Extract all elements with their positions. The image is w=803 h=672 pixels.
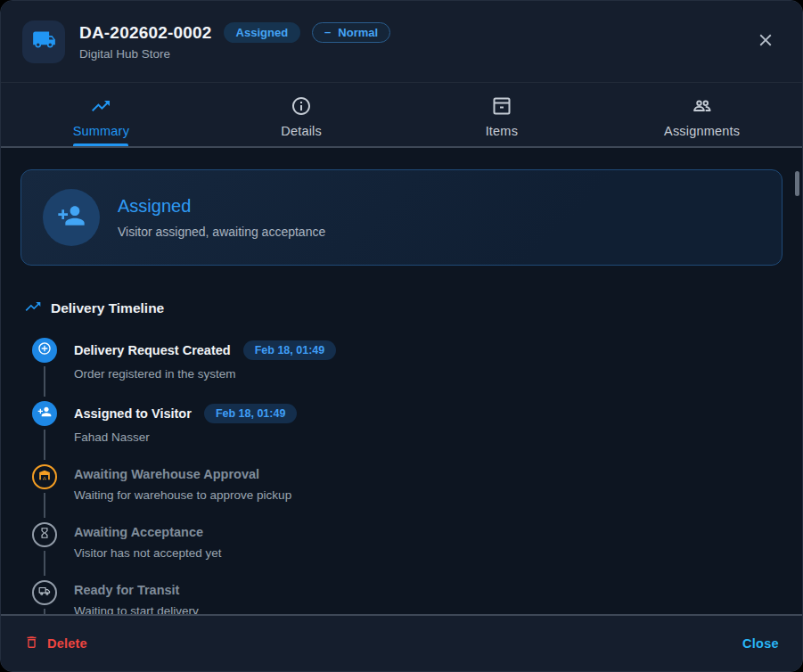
trash-icon — [24, 635, 39, 652]
hourglass-icon — [38, 527, 51, 543]
timeline-event: Awaiting Acceptance Visitor has not acce… — [32, 522, 783, 580]
delivery-order-dialog: DA-202602-0002 Assigned – Normal Digital… — [0, 0, 803, 672]
person-add-icon — [57, 201, 86, 234]
tab-items[interactable]: Items — [402, 83, 602, 146]
timeline-event: Awaiting Warehouse Approval Waiting for … — [32, 464, 783, 522]
event-dot — [32, 338, 57, 363]
order-avatar — [22, 20, 65, 63]
banner-status-title: Assigned — [118, 196, 325, 217]
timeline-connector-line — [44, 430, 45, 460]
add-circle-icon — [37, 341, 52, 359]
timeline-event: Delivery Request Created Feb 18, 01:49 O… — [32, 338, 783, 401]
tab-bar: SummaryDetailsItemsAssignments — [1, 83, 802, 148]
order-title-row: DA-202602-0002 Assigned – Normal — [79, 22, 390, 43]
warehouse-icon — [38, 469, 51, 485]
tab-label: Assignments — [664, 124, 740, 138]
tab-details[interactable]: Details — [201, 83, 402, 146]
event-dot — [32, 401, 57, 426]
info-icon — [291, 95, 312, 117]
timeline-connector-line — [44, 366, 45, 397]
minus-icon: – — [324, 25, 331, 38]
truck-icon — [32, 28, 56, 55]
inventory-icon — [491, 95, 512, 117]
timeline-list: Delivery Request Created Feb 18, 01:49 O… — [32, 338, 783, 614]
event-dot — [32, 580, 57, 605]
trending-up-icon — [24, 298, 42, 319]
event-body: Assigned to Visitor Feb 18, 01:49 Fahad … — [74, 401, 297, 444]
event-timestamp-badge: Feb 18, 01:49 — [204, 404, 298, 423]
tab-summary[interactable]: Summary — [1, 83, 201, 146]
close-icon-button[interactable] — [750, 27, 781, 57]
timeline-connector-line — [44, 609, 45, 614]
event-description: Visitor has not accepted yet — [74, 546, 222, 560]
dialog-footer: Delete Close — [1, 614, 802, 671]
dialog-header: DA-202602-0002 Assigned – Normal Digital… — [1, 1, 802, 83]
event-body: Ready for Transit Waiting to start deliv… — [74, 580, 199, 614]
delete-button[interactable]: Delete — [24, 635, 87, 652]
event-body: Awaiting Warehouse Approval Waiting for … — [74, 464, 291, 502]
close-button[interactable]: Close — [742, 636, 779, 651]
event-title: Assigned to Visitor — [74, 406, 192, 421]
delete-label: Delete — [47, 636, 87, 651]
event-dot — [32, 522, 57, 547]
event-body: Delivery Request Created Feb 18, 01:49 O… — [74, 338, 336, 381]
timeline-connector-line — [44, 551, 45, 576]
trending-up-icon — [90, 95, 111, 117]
tab-label: Details — [281, 124, 322, 138]
timeline-event: Assigned to Visitor Feb 18, 01:49 Fahad … — [32, 401, 783, 464]
banner-text: Assigned Visitor assigned, awaiting acce… — [118, 196, 325, 239]
priority-label: Normal — [338, 26, 378, 39]
store-name: Digital Hub Store — [79, 47, 390, 61]
event-description: Order registered in the system — [74, 367, 336, 381]
banner-status-subtitle: Visitor assigned, awaiting acceptance — [118, 225, 325, 239]
event-description: Waiting for warehouse to approve pickup — [74, 488, 291, 502]
scrollbar-thumb[interactable] — [795, 171, 799, 196]
tab-label: Items — [486, 124, 518, 138]
timeline-event: Ready for Transit Waiting to start deliv… — [32, 580, 783, 614]
event-title: Delivery Request Created — [74, 343, 231, 357]
truck-outline-icon — [38, 585, 51, 601]
status-banner: Assigned Visitor assigned, awaiting acce… — [20, 169, 783, 266]
order-id: DA-202602-0002 — [79, 23, 212, 43]
event-body: Awaiting Acceptance Visitor has not acce… — [74, 522, 222, 560]
banner-icon-circle — [43, 189, 100, 246]
event-description: Fahad Nasser — [74, 430, 297, 444]
event-title: Ready for Transit — [74, 583, 179, 597]
event-description: Waiting to start delivery — [74, 604, 199, 614]
timeline-section-title: Delivery Timeline — [51, 300, 164, 316]
priority-badge: – Normal — [312, 22, 390, 43]
close-icon — [756, 30, 775, 53]
tab-label: Summary — [73, 124, 129, 138]
event-timestamp-badge: Feb 18, 01:49 — [243, 340, 337, 360]
status-badge: Assigned — [224, 22, 301, 43]
event-title: Awaiting Warehouse Approval — [74, 467, 259, 481]
person-add-icon — [37, 405, 52, 422]
event-title: Awaiting Acceptance — [74, 525, 203, 539]
header-text: DA-202602-0002 Assigned – Normal Digital… — [79, 22, 390, 61]
tab-assignments[interactable]: Assignments — [602, 83, 802, 146]
event-dot — [32, 464, 57, 489]
active-tab-indicator — [73, 143, 128, 146]
timeline-connector-line — [44, 493, 45, 518]
dialog-content: Assigned Visitor assigned, awaiting acce… — [1, 148, 802, 614]
people-icon — [692, 95, 713, 117]
timeline-section-header: Delivery Timeline — [24, 298, 783, 319]
